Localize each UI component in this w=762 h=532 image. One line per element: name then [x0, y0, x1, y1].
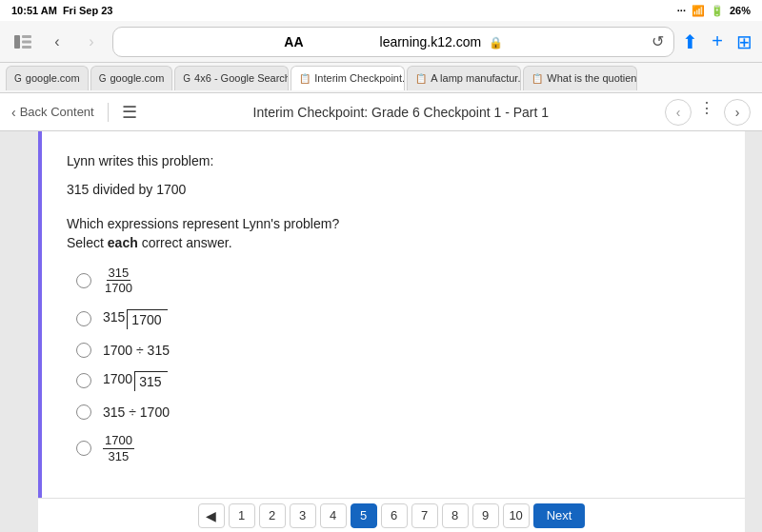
- address-bar[interactable]: AA learning.k12.com 🔒 ↺: [112, 27, 674, 57]
- dots-indicator: ···: [677, 5, 686, 16]
- battery-icon: 🔋: [711, 5, 724, 17]
- tabs-bar: G google.com G google.com G 4x6 - Google…: [0, 63, 762, 93]
- page-8-button[interactable]: 8: [442, 503, 469, 528]
- aa-label[interactable]: AA: [284, 34, 303, 49]
- fraction-1700-315: 1700 315: [103, 433, 134, 463]
- tab-quotient[interactable]: 📋 What is the quotien...: [523, 66, 637, 90]
- main-content: Lynn writes this problem: 315 divided by…: [38, 131, 745, 532]
- status-day: Fri Sep 23: [63, 5, 113, 16]
- option-e-text: 315 ÷ 1700: [103, 404, 170, 420]
- next-page-button[interactable]: Next: [533, 503, 586, 528]
- nav-bar: ‹ Back Content ☰ Interim Checkpoint: Gra…: [0, 93, 762, 131]
- option-a: 315 1700: [76, 266, 716, 296]
- wifi-icon: 📶: [692, 5, 705, 17]
- tab-favicon: G: [99, 73, 107, 84]
- svg-rect-3: [22, 46, 31, 49]
- longdiv-315-1700: 315 1700: [103, 309, 168, 329]
- next-arrow-button[interactable]: ›: [724, 99, 751, 126]
- page-10-button[interactable]: 10: [503, 503, 530, 528]
- back-content-button[interactable]: ‹ Back Content: [11, 105, 94, 120]
- longdiv-1700-315: 1700 315: [103, 371, 168, 391]
- page-7-button[interactable]: 7: [411, 503, 438, 528]
- forward-button[interactable]: ›: [78, 29, 105, 55]
- radio-e[interactable]: [76, 404, 91, 420]
- prev-arrow-button[interactable]: ‹: [665, 99, 692, 126]
- svg-rect-2: [22, 40, 31, 43]
- page-1-button[interactable]: 1: [229, 503, 255, 528]
- tab-interim[interactable]: 📋 Interim Checkpoint...: [291, 66, 405, 90]
- tabs-button[interactable]: ⊞: [736, 30, 752, 53]
- problem-intro: Lynn writes this problem:: [67, 150, 716, 171]
- page-2-button[interactable]: 2: [259, 503, 286, 528]
- tab-favicon: G: [14, 73, 22, 84]
- back-content-label: Back Content: [20, 105, 94, 119]
- fraction-315-1700: 315 1700: [103, 266, 134, 296]
- option-c: 1700 ÷ 315: [76, 343, 716, 358]
- tab-google-1[interactable]: G google.com: [6, 66, 89, 90]
- nav-arrows: ‹ ⋮ ›: [665, 99, 751, 126]
- reload-button[interactable]: ↺: [652, 32, 664, 50]
- page-5-button[interactable]: 5: [351, 503, 377, 528]
- svg-rect-0: [14, 35, 20, 49]
- hamburger-button[interactable]: ☰: [122, 102, 137, 123]
- page-4-button[interactable]: 4: [320, 503, 347, 528]
- page-title: Interim Checkpoint: Grade 6 Checkpoint 1…: [145, 105, 657, 120]
- question-text: Which expressions represent Lynn's probl…: [67, 216, 716, 231]
- prev-page-button[interactable]: ◀: [198, 503, 225, 528]
- radio-a[interactable]: [76, 273, 91, 288]
- option-c-text: 1700 ÷ 315: [103, 343, 170, 358]
- page-3-button[interactable]: 3: [290, 503, 316, 528]
- option-b: 315 1700: [76, 309, 716, 329]
- problem-statement: 315 divided by 1700: [67, 179, 716, 200]
- option-f: 1700 315: [76, 433, 716, 463]
- left-margin: [0, 131, 38, 532]
- tab-lamp[interactable]: 📋 A lamp manufactur...: [407, 66, 521, 90]
- status-time: 10:51 AM: [11, 5, 57, 16]
- radio-d[interactable]: [76, 373, 91, 388]
- chevron-left-icon: ‹: [11, 105, 16, 120]
- purple-accent-bar: [38, 131, 42, 532]
- lock-icon: 🔒: [489, 36, 503, 49]
- option-e: 315 ÷ 1700: [76, 404, 716, 420]
- tab-favicon: 📋: [531, 73, 543, 84]
- separator: [108, 103, 109, 122]
- tab-google-2[interactable]: G google.com: [90, 66, 173, 90]
- toolbar-actions: ⬆ + ⊞: [682, 30, 752, 53]
- page-6-button[interactable]: 6: [381, 503, 408, 528]
- radio-c[interactable]: [76, 343, 91, 358]
- tab-favicon: 📋: [415, 73, 427, 84]
- share-button[interactable]: ⬆: [682, 30, 698, 53]
- tab-favicon: 📋: [299, 73, 311, 84]
- sidebar-toggle-button[interactable]: [10, 29, 36, 55]
- content-area: Lynn writes this problem: 315 divided by…: [0, 131, 762, 532]
- pagination: ◀ 1 2 3 4 5 6 7 8 9 10 Next: [38, 498, 745, 532]
- radio-f[interactable]: [76, 441, 91, 456]
- back-button[interactable]: ‹: [44, 29, 70, 55]
- browser-toolbar: ‹ › AA learning.k12.com 🔒 ↺ ⬆ + ⊞: [0, 21, 762, 63]
- svg-rect-1: [22, 35, 31, 38]
- option-d: 1700 315: [76, 371, 716, 391]
- more-options-button[interactable]: ⋮: [699, 99, 716, 126]
- radio-b[interactable]: [76, 311, 91, 326]
- answer-options: 315 1700 315 1700 1700 ÷ 315: [67, 266, 716, 463]
- tab-4x6[interactable]: G 4x6 - Google Search: [174, 66, 289, 90]
- tab-favicon: G: [183, 73, 190, 84]
- page-9-button[interactable]: 9: [472, 503, 499, 528]
- right-margin: [745, 131, 762, 532]
- new-tab-button[interactable]: +: [712, 30, 723, 52]
- instruction-text: Select each correct answer.: [67, 235, 716, 250]
- url-text: learning.k12.com 🔒: [380, 34, 504, 49]
- battery-level: 26%: [730, 5, 751, 16]
- status-bar: 10:51 AM Fri Sep 23 ··· 📶 🔋 26%: [0, 0, 762, 21]
